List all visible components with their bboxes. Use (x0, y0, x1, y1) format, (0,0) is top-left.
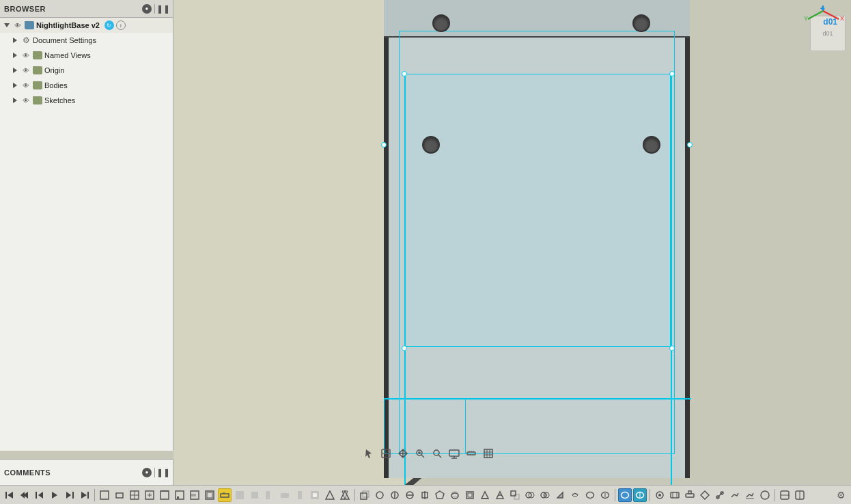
tool-polygon[interactable] (158, 488, 171, 502)
cursor-tool[interactable] (361, 446, 376, 461)
tool-delete[interactable] (583, 488, 597, 502)
tool-fill[interactable] (553, 488, 567, 502)
tool-intersect[interactable] (338, 488, 352, 502)
tree-item-named-views[interactable]: 👁 Named Views (0, 48, 173, 63)
step-back-btn[interactable] (18, 488, 31, 502)
main-viewport[interactable]: d01 d01 Z X Y (173, 0, 851, 485)
action-btn-blue1[interactable] (618, 488, 632, 502)
sketches-arrow[interactable] (11, 96, 19, 104)
tool-pattern[interactable] (278, 488, 292, 502)
tool-s3[interactable] (683, 488, 697, 502)
tool-spline[interactable] (173, 488, 186, 502)
browser-divider (154, 4, 155, 14)
snap-tool[interactable] (378, 446, 393, 461)
tool-split[interactable] (493, 488, 507, 502)
tool-active-sketch[interactable] (218, 488, 232, 502)
named-views-eye[interactable]: 👁 (21, 51, 31, 60)
settings-gear-btn[interactable]: ⚙ (833, 488, 848, 503)
browser-collapse-btn[interactable]: ❚❚ (158, 3, 169, 14)
sketches-label: Sketches (44, 96, 75, 104)
tool-draft[interactable] (478, 488, 492, 502)
origin-label: Origin (44, 66, 64, 74)
root-info-btn[interactable]: i (116, 20, 126, 30)
skip-end-btn[interactable] (78, 488, 92, 502)
bodies-eye[interactable]: 👁 (21, 81, 31, 90)
root-visibility-eye[interactable]: 👁 (13, 20, 23, 30)
bodies-arrow[interactable] (11, 81, 19, 89)
comments-options-btn[interactable]: ● (142, 468, 152, 477)
root-sync-btn[interactable]: ↻ (104, 20, 114, 30)
zoom-tool[interactable] (413, 446, 428, 461)
tree-item-origin[interactable]: 👁 Origin (0, 63, 173, 78)
tool-circle[interactable] (128, 488, 141, 502)
tool-move[interactable] (598, 488, 612, 502)
pan-tool[interactable] (395, 446, 410, 461)
tree-root-item[interactable]: 👁 NightlightBase v2 ↻ i (0, 18, 173, 33)
tool-web[interactable] (433, 488, 447, 502)
play-btn[interactable] (48, 488, 61, 502)
tool-sweep[interactable] (388, 488, 402, 502)
tool-s1[interactable] (653, 488, 667, 502)
tool-fillet[interactable] (233, 488, 247, 502)
tool-dimension[interactable] (293, 488, 307, 502)
tool-line[interactable] (98, 488, 111, 502)
tool-rect[interactable] (113, 488, 126, 502)
comments-collapse-btn[interactable]: ❚❚ (158, 467, 169, 478)
tool-s10[interactable] (793, 488, 807, 502)
tool-s2[interactable] (668, 488, 682, 502)
tool-shell[interactable] (463, 488, 477, 502)
tool-s6[interactable] (728, 488, 742, 502)
sketches-eye[interactable]: 👁 (21, 96, 31, 105)
dot-left-mid (381, 142, 387, 148)
tool-offset[interactable] (203, 488, 217, 502)
named-views-arrow[interactable] (11, 51, 19, 59)
tool-mirror[interactable] (263, 488, 277, 502)
step-back1-btn[interactable] (33, 488, 46, 502)
tool-trim[interactable] (188, 488, 201, 502)
tool-rib[interactable] (418, 488, 432, 502)
tool-replace[interactable] (568, 488, 582, 502)
tool-s5[interactable] (713, 488, 727, 502)
tool-constrain[interactable] (308, 488, 322, 502)
root-item-label: NightlightBase v2 (36, 21, 100, 29)
tool-revolve[interactable] (373, 488, 387, 502)
svg-rect-84 (511, 491, 516, 496)
root-expand-arrow[interactable] (3, 21, 11, 29)
doc-settings-arrow[interactable] (11, 36, 19, 44)
tree-item-bodies[interactable]: 👁 Bodies (0, 78, 173, 93)
step-fwd-btn[interactable] (63, 488, 76, 502)
grid-tool[interactable] (481, 446, 496, 461)
toolbar-sep-2 (354, 489, 355, 501)
tool-s4[interactable] (698, 488, 712, 502)
tool-s8[interactable] (758, 488, 772, 502)
tool-scale[interactable] (508, 488, 522, 502)
svg-rect-23 (484, 449, 492, 458)
doc-settings-gear-icon: ⚙ (21, 36, 31, 45)
tool-chamfer[interactable] (248, 488, 262, 502)
tool-extrude[interactable] (358, 488, 372, 502)
tool-s7[interactable] (743, 488, 757, 502)
svg-marker-101 (701, 491, 709, 499)
origin-eye[interactable]: 👁 (21, 66, 31, 75)
measure-tool[interactable] (464, 446, 479, 461)
origin-arrow[interactable] (11, 66, 19, 74)
browser-header: BROWSER ● ❚❚ (0, 0, 173, 18)
tool-loft[interactable] (403, 488, 417, 502)
svg-rect-39 (100, 491, 109, 499)
tool-combine[interactable] (523, 488, 537, 502)
zoom-window-tool[interactable] (430, 446, 445, 461)
tree-item-document-settings[interactable]: ⚙ Document Settings (0, 33, 173, 48)
tree-item-sketches[interactable]: 👁 Sketches (0, 93, 173, 108)
browser-options-btn[interactable]: ● (142, 4, 152, 14)
tool-s9[interactable] (778, 488, 792, 502)
display-settings-tool[interactable] (447, 446, 462, 461)
tool-emboss[interactable] (448, 488, 462, 502)
tool-arc[interactable] (143, 488, 156, 502)
svg-line-15 (438, 455, 441, 458)
tool-boundary[interactable] (538, 488, 552, 502)
skip-start-btn[interactable] (3, 488, 16, 502)
action-btn-teal1[interactable] (633, 488, 647, 502)
nav-cube[interactable]: d01 d01 Z X Y (801, 5, 846, 50)
tool-project[interactable] (323, 488, 337, 502)
svg-line-11 (421, 455, 424, 458)
